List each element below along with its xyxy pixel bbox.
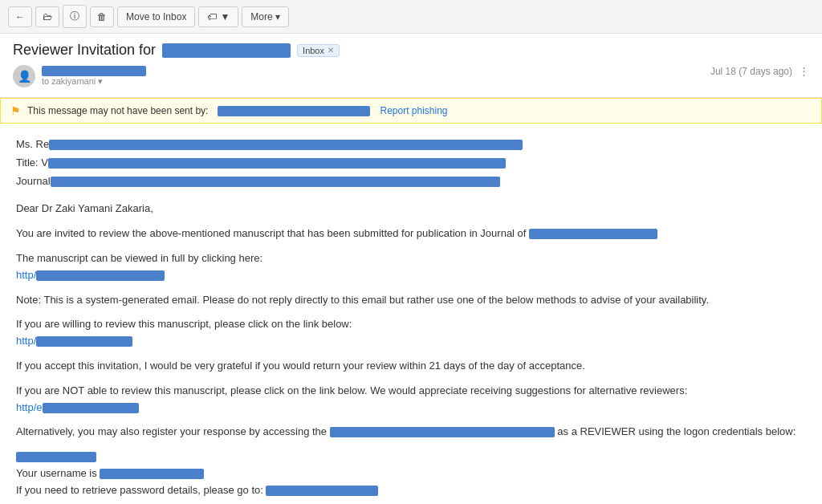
para2-text: The manuscript can be viewed in full by … (16, 252, 262, 264)
label-button[interactable]: 🏷 ▼ (198, 6, 238, 27)
para6: If you are NOT able to review this manus… (16, 383, 806, 417)
para1-redacted (529, 229, 657, 239)
phishing-sender-redacted (218, 106, 370, 116)
password-link[interactable] (266, 484, 378, 496)
para6-text: If you are NOT able to review this manus… (16, 384, 687, 396)
back-icon: ← (15, 11, 25, 22)
avatar-icon: 👤 (18, 70, 31, 83)
sender-left: 👤 to zakiyamani ▾ (13, 65, 146, 87)
para4: If you are willing to review this manusc… (16, 316, 806, 350)
warning-shield-icon: ⚑ (10, 104, 21, 117)
email-timestamp: Jul 18 (7 days ago) (710, 66, 792, 77)
avatar: 👤 (13, 65, 35, 87)
link3-redacted (43, 403, 139, 413)
sender-info: to zakiyamani ▾ (42, 66, 146, 87)
link2-redacted (36, 336, 132, 347)
para7-suffix: as a REVIEWER using the logon credential… (557, 425, 796, 437)
label-dropdown-icon: ▼ (220, 11, 230, 22)
move-to-inbox-button[interactable]: Move to Inbox (117, 6, 195, 27)
meta-line-1: Ms. Re (16, 136, 806, 153)
meta-line-3: Journal (16, 173, 806, 190)
username-value-redacted (100, 469, 204, 479)
back-button[interactable]: ← (8, 6, 32, 27)
meta-redacted-1 (49, 140, 523, 150)
email-header: Reviewer Invitation for Inbox ✕ 👤 to zak… (0, 34, 822, 98)
info-button[interactable]: ⓘ (63, 5, 87, 28)
link1-redacted (36, 270, 165, 281)
meta-line-2: Title: V (16, 155, 806, 172)
label-icon: 🏷 (207, 11, 217, 22)
sender-name-row (42, 66, 146, 76)
move-to-inbox-label: Move to Inbox (126, 11, 186, 22)
para3: Note: This is a system-generated email. … (16, 292, 806, 309)
willing-link[interactable]: http/ (16, 333, 806, 350)
inbox-tag[interactable]: Inbox ✕ (297, 44, 340, 57)
para1-text: You are invited to review the above-ment… (16, 227, 526, 239)
para7-prefix: Alternatively, you may also register you… (16, 425, 327, 437)
email-body: Ms. Re Title: V Journal Dear Dr Zaki Yam… (0, 124, 822, 504)
not-able-link[interactable]: http/e (16, 400, 806, 417)
subject-prefix: Reviewer Invitation for (13, 42, 156, 59)
manuscript-link[interactable]: http/ (16, 267, 806, 284)
phishing-warning-banner: ⚑ This message may not have been sent by… (0, 98, 822, 124)
sender-row: 👤 to zakiyamani ▾ Jul 18 (7 days ago) ⋮ (13, 65, 809, 87)
inbox-tag-label: Inbox (303, 46, 324, 55)
trash-icon: 🗑 (97, 11, 107, 22)
para7-redacted (330, 427, 555, 437)
info-icon: ⓘ (70, 10, 79, 23)
more-button[interactable]: More ▾ (242, 6, 289, 27)
phishing-warning-text: This message may not have been sent by: (27, 105, 208, 116)
archive-button[interactable]: 🗁 (35, 6, 59, 27)
report-phishing-link[interactable]: Report phishing (380, 105, 447, 116)
salutation: Dear Dr Zaki Yamani Zakaria, (16, 201, 806, 217)
para4-text: If you are willing to review this manusc… (16, 318, 352, 330)
para1: You are invited to review the above-ment… (16, 226, 806, 242)
para2: The manuscript can be viewed in full by … (16, 250, 806, 284)
archive-icon: 🗁 (43, 11, 52, 22)
password-link-redacted (266, 486, 378, 496)
para7: Alternatively, you may also register you… (16, 424, 806, 441)
password-text: If you need to retrieve password details… (16, 484, 263, 496)
delete-button[interactable]: 🗑 (90, 6, 114, 27)
inbox-tag-close-icon[interactable]: ✕ (328, 46, 334, 55)
username-line: Your username is If you need to retrieve… (16, 449, 806, 498)
meta-block: Ms. Re Title: V Journal (16, 136, 806, 189)
meta-redacted-2 (48, 158, 506, 169)
sender-name-redacted (42, 66, 146, 76)
username-redacted-block (16, 452, 96, 462)
more-label: More ▾ (250, 11, 280, 22)
reply-icon[interactable]: ⋮ (799, 65, 809, 77)
sender-to[interactable]: to zakiyamani ▾ (42, 76, 146, 87)
username-text: Your username is (16, 467, 97, 479)
subject-redacted (162, 43, 291, 58)
email-subject: Reviewer Invitation for Inbox ✕ (13, 42, 809, 59)
para5: If you accept this invitation, I would b… (16, 358, 806, 375)
meta-redacted-3 (51, 177, 500, 187)
email-toolbar: ← 🗁 ⓘ 🗑 Move to Inbox 🏷 ▼ More ▾ (0, 0, 822, 34)
